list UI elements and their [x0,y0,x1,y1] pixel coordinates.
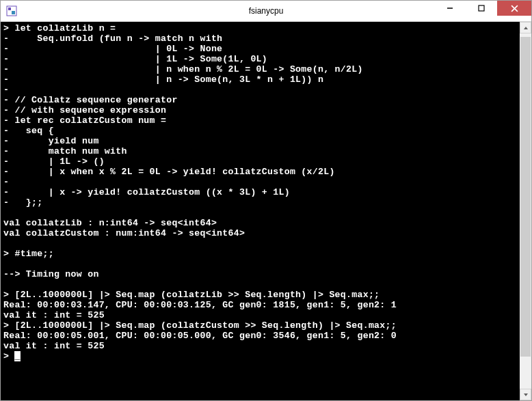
scrollbar-track[interactable] [520,33,531,389]
window-title: fsianycpu [249,6,284,16]
terminal-cursor: _ [14,351,20,361]
scroll-up-button[interactable] [520,22,531,33]
svg-rect-1 [8,8,11,10]
svg-rect-4 [479,5,484,11]
app-icon [6,5,17,16]
terminal-output[interactable]: > let collatzLib n = - Seq.unfold (fun n… [1,22,520,400]
close-button[interactable] [497,1,531,16]
scroll-down-button[interactable] [520,389,531,400]
window-controls [434,1,531,21]
maximize-button[interactable] [466,1,497,16]
svg-rect-2 [12,11,15,14]
scrollbar-thumb[interactable] [520,37,531,357]
titlebar[interactable]: fsianycpu [1,1,531,22]
minimize-button[interactable] [434,1,466,16]
content-area: > let collatzLib n = - Seq.unfold (fun n… [1,22,531,400]
vertical-scrollbar[interactable] [520,22,531,400]
